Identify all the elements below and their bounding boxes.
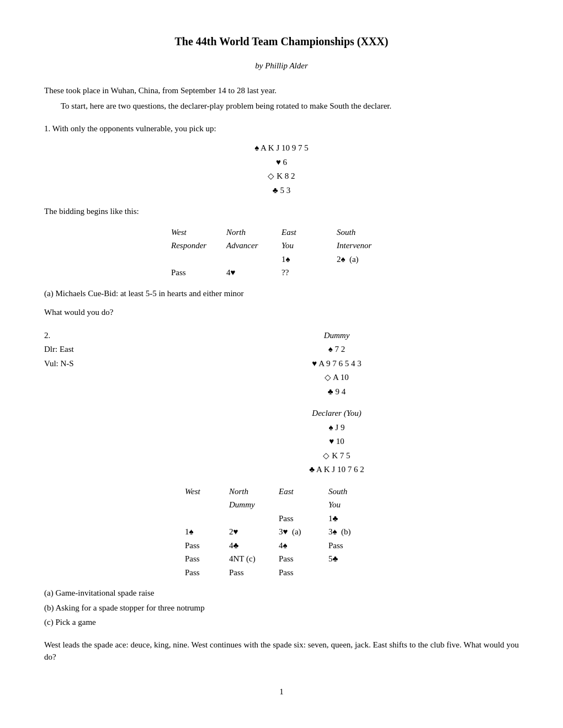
bid-col-east-sub: You — [282, 239, 337, 253]
bid2-r1-east: Pass — [279, 512, 328, 526]
byline: by Phillip Alder — [44, 60, 519, 72]
footnote2-a: (a) Game-invitational spade raise — [44, 587, 519, 599]
bid2-r3-west: Pass — [185, 539, 229, 553]
intro-para-1: These took place in Wuhan, China, from S… — [44, 84, 519, 97]
bid2-r5-east: Pass — [279, 566, 328, 580]
closing-para: West leads the spade ace: deuce, king, n… — [44, 639, 519, 663]
hand1: ♠ A K J 10 9 7 5 ♥ 6 ◇ K 8 2 ♣ 5 3 — [44, 141, 519, 197]
bid2-r3-east: 4♠ — [279, 539, 328, 553]
bid2-r2-north: 2♥ — [229, 525, 279, 539]
declarer-diamonds: ◇ K 7 5 — [155, 449, 519, 463]
bid2-col-north-sub: Dummy — [229, 498, 279, 512]
bid2-r3-south: Pass — [328, 539, 378, 553]
bid-table-2: West North East South Dummy You Pass 1♣ … — [185, 485, 378, 580]
bid-table-1: West North East South Responder Advancer… — [171, 226, 392, 280]
hand1-hearts: ♥ 6 — [44, 156, 519, 170]
bid2-col-south-header: South — [328, 485, 378, 499]
hand1-diamonds: ◇ K 8 2 — [44, 169, 519, 184]
bid-col-south-header: South — [337, 226, 392, 239]
declarer-label: Declarer (You) — [155, 406, 519, 421]
bid2-col-west-header: West — [185, 485, 229, 499]
q2-vul: Vul: N-S — [44, 357, 155, 371]
dummy-clubs: ♣ 9 4 — [155, 385, 519, 399]
bid2-r2-west: 1♠ — [185, 525, 229, 539]
bid-r2-north: 4♥ — [226, 266, 282, 280]
footnote2-b: (b) Asking for a spade stopper for three… — [44, 602, 519, 614]
bid2-r4-west: Pass — [185, 552, 229, 566]
bid2-col-west-sub — [185, 498, 229, 512]
bid-r2-east: ?? — [282, 266, 337, 280]
bid2-col-east-sub — [279, 498, 328, 512]
bid-r1-east: 1♠ — [282, 253, 337, 266]
footnote-a: (a) Michaels Cue-Bid: at least 5-5 in he… — [44, 287, 519, 300]
bid2-r5-west: Pass — [185, 566, 229, 580]
bid2-r1-north — [229, 512, 279, 526]
bid-col-west-sub: Responder — [171, 239, 226, 253]
footnote2-c: (c) Pick a game — [44, 616, 519, 629]
hand1-clubs: ♣ 5 3 — [44, 184, 519, 198]
bid-r1-west — [171, 253, 226, 266]
page-number: 1 — [44, 686, 519, 698]
page-title: The 44th World Team Championships (XXX) — [44, 33, 519, 50]
bid-r1-south: 2♠ (a) — [337, 253, 392, 266]
bid2-r2-east: 3♥ (a) — [279, 525, 328, 539]
hand1-spades: ♠ A K J 10 9 7 5 — [44, 141, 519, 156]
dummy-label: Dummy — [155, 329, 519, 343]
bidding-begins-label: The bidding begins like this: — [44, 205, 519, 218]
bid2-col-east-header: East — [279, 485, 328, 499]
bid2-r3-north: 4♣ — [229, 539, 279, 553]
problem2-right: Dummy ♠ 7 2 ♥ A 9 7 6 5 4 3 ◇ A 10 ♣ 9 4… — [155, 329, 519, 477]
bid2-r1-south: 1♣ — [328, 512, 378, 526]
bid-col-north-sub: Advancer — [226, 239, 282, 253]
declarer-clubs: ♣ A K J 10 7 6 2 — [155, 463, 519, 477]
bid-col-east-header: East — [282, 226, 337, 239]
bid-col-north-header: North — [226, 226, 282, 239]
bid2-r5-north: Pass — [229, 566, 279, 580]
problem2-section: 2. Dlr: East Vul: N-S Dummy ♠ 7 2 ♥ A 9 … — [44, 329, 519, 477]
bid-r2-south — [337, 266, 392, 280]
declarer-hearts: ♥ 10 — [155, 435, 519, 449]
bid2-r4-east: Pass — [279, 552, 328, 566]
dummy-spades: ♠ 7 2 — [155, 342, 519, 357]
dummy-diamonds: ◇ A 10 — [155, 371, 519, 385]
dummy-hearts: ♥ A 9 7 6 5 4 3 — [155, 357, 519, 371]
bid2-r5-south — [328, 566, 378, 580]
bid2-r2-south: 3♠ (b) — [328, 525, 378, 539]
q2-dlr: Dlr: East — [44, 342, 155, 357]
intro-para-2: To start, here are two questions, the de… — [44, 100, 519, 113]
bid-r1-north — [226, 253, 282, 266]
what-would-1: What would you do? — [44, 306, 519, 319]
bid2-r1-west — [185, 512, 229, 526]
problem2-grid: 2. Dlr: East Vul: N-S Dummy ♠ 7 2 ♥ A 9 … — [44, 329, 519, 477]
declarer-spades: ♠ J 9 — [155, 421, 519, 435]
bid-table-2-container: West North East South Dummy You Pass 1♣ … — [44, 485, 519, 580]
bid2-r4-north: 4NT (c) — [229, 552, 279, 566]
q1-header: 1. With only the opponents vulnerable, y… — [44, 122, 519, 135]
bid2-r4-south: 5♣ — [328, 552, 378, 566]
bid-r2-west: Pass — [171, 266, 226, 280]
bid2-col-south-sub: You — [328, 498, 378, 512]
bid-col-south-sub: Intervenor — [337, 239, 392, 253]
bid-col-west-header: West — [171, 226, 226, 239]
bid2-col-north-header: North — [229, 485, 279, 499]
problem2-left: 2. Dlr: East Vul: N-S — [44, 329, 155, 477]
bid-table-1-container: West North East South Responder Advancer… — [44, 226, 519, 280]
q2-label: 2. — [44, 329, 155, 343]
